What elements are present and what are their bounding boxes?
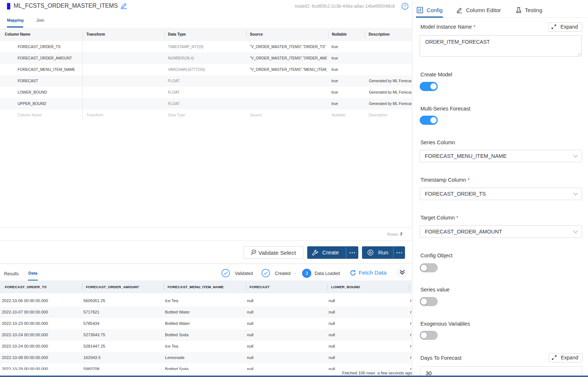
svg-text:?: ? bbox=[404, 4, 406, 8]
